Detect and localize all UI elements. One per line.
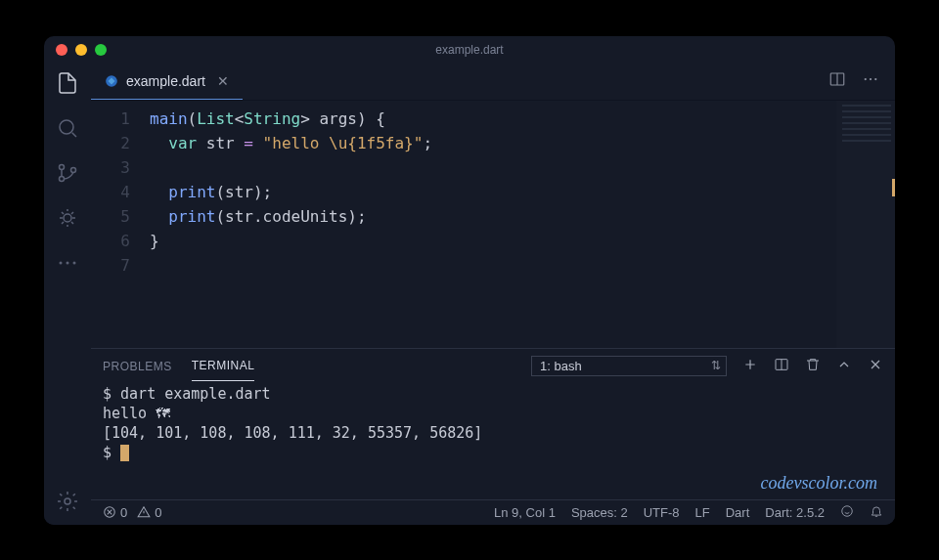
window-title: example.dart xyxy=(435,43,503,57)
tab-label: example.dart xyxy=(126,73,205,89)
cursor-position[interactable]: Ln 9, Col 1 xyxy=(494,505,556,520)
svg-point-5 xyxy=(60,261,63,264)
svg-point-7 xyxy=(73,261,76,264)
svg-point-16 xyxy=(842,505,853,516)
new-terminal-icon[interactable] xyxy=(742,357,758,376)
activity-bar xyxy=(44,64,91,525)
more-icon[interactable] xyxy=(56,251,79,275)
svg-point-4 xyxy=(64,214,71,222)
indentation[interactable]: Spaces: 2 xyxy=(571,505,628,520)
svg-point-12 xyxy=(870,78,872,80)
terminal-tab[interactable]: TERMINAL xyxy=(192,351,255,381)
svg-point-13 xyxy=(874,78,876,80)
kill-terminal-icon[interactable] xyxy=(805,357,821,376)
settings-gear-icon[interactable] xyxy=(56,490,79,513)
watermark: codevscolor.com xyxy=(761,473,877,494)
debug-icon[interactable] xyxy=(56,206,79,230)
errors-count[interactable]: 0 xyxy=(103,505,127,520)
terminal-cursor xyxy=(120,445,129,461)
dart-version[interactable]: Dart: 2.5.2 xyxy=(765,505,825,520)
explorer-icon[interactable] xyxy=(56,71,79,95)
feedback-icon[interactable] xyxy=(840,504,854,521)
minimize-window-button[interactable] xyxy=(75,44,87,56)
titlebar: example.dart xyxy=(44,36,895,64)
more-actions-icon[interactable] xyxy=(862,70,879,92)
code-editor[interactable]: 1 2 3 4 5 6 7 main(List<String> args) { … xyxy=(91,101,836,348)
terminal-prompt: $ xyxy=(103,443,883,462)
notifications-icon[interactable] xyxy=(870,504,883,521)
language-mode[interactable]: Dart xyxy=(726,505,750,520)
minimap[interactable] xyxy=(836,101,895,348)
svg-point-0 xyxy=(60,120,73,134)
warnings-count[interactable]: 0 xyxy=(137,505,161,520)
line-numbers: 1 2 3 4 5 6 7 xyxy=(91,107,150,342)
terminal-line: [104, 101, 108, 108, 111, 32, 55357, 568… xyxy=(103,423,883,443)
code-content: main(List<String> args) { var str = "hel… xyxy=(150,107,836,342)
tab-close-icon[interactable]: ✕ xyxy=(217,73,229,89)
bottom-panel: PROBLEMS TERMINAL 1: bash ⇅ xyxy=(91,348,895,499)
terminal-selector[interactable]: 1: bash ⇅ xyxy=(531,356,727,376)
editor-window: example.dart xyxy=(44,36,895,525)
maximize-window-button[interactable] xyxy=(95,44,107,56)
split-terminal-icon[interactable] xyxy=(774,357,789,376)
svg-point-6 xyxy=(67,261,69,264)
source-control-icon[interactable] xyxy=(56,161,79,185)
terminal-line: hello 🗺 xyxy=(103,404,883,423)
eol[interactable]: LF xyxy=(695,505,710,520)
maximize-panel-icon[interactable] xyxy=(836,357,852,376)
svg-point-8 xyxy=(65,498,70,504)
terminal-line: $ dart example.dart xyxy=(103,384,883,404)
encoding[interactable]: UTF-8 xyxy=(644,505,680,520)
split-editor-icon[interactable] xyxy=(828,70,846,92)
tab-bar: example.dart ✕ xyxy=(91,64,895,101)
window-controls xyxy=(56,44,107,56)
search-icon[interactable] xyxy=(56,116,79,140)
close-panel-icon[interactable] xyxy=(868,357,883,376)
svg-point-3 xyxy=(71,167,76,172)
svg-point-2 xyxy=(60,176,65,181)
tab-example-dart[interactable]: example.dart ✕ xyxy=(91,64,243,100)
problems-tab[interactable]: PROBLEMS xyxy=(103,352,172,381)
svg-point-11 xyxy=(865,78,867,80)
svg-point-1 xyxy=(60,164,65,169)
status-bar: 0 0 Ln 9, Col 1 Spaces: 2 UTF-8 LF Dart … xyxy=(91,499,895,525)
close-window-button[interactable] xyxy=(56,44,67,56)
dart-file-icon xyxy=(105,74,118,88)
